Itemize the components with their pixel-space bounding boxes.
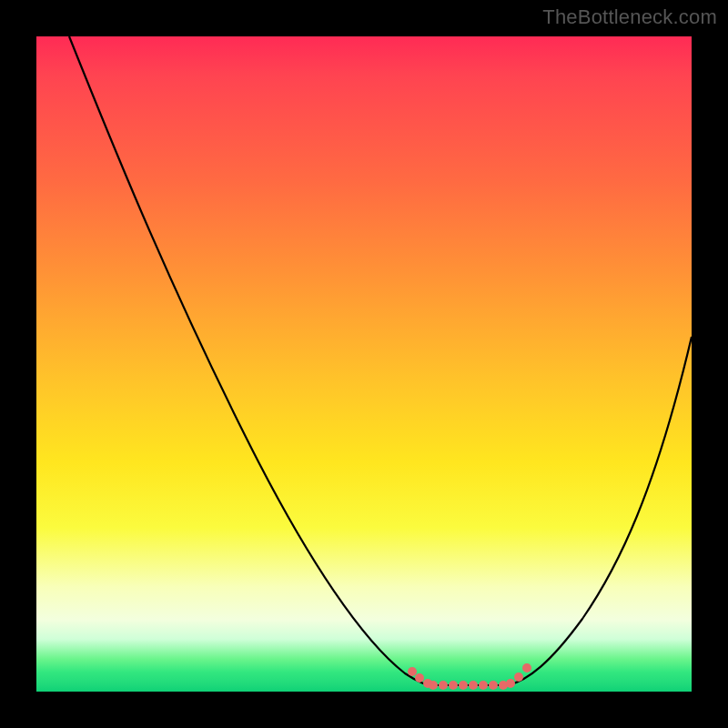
- svg-point-1: [415, 673, 424, 682]
- svg-point-6: [459, 681, 468, 690]
- watermark-text: TheBottleneck.com: [542, 5, 717, 29]
- svg-point-5: [449, 681, 458, 690]
- svg-point-4: [439, 681, 448, 690]
- curve-layer: [36, 36, 692, 692]
- svg-point-3: [429, 681, 438, 690]
- svg-point-9: [489, 681, 498, 690]
- curve-left-branch: [69, 36, 430, 685]
- curve-right-branch: [508, 337, 692, 685]
- svg-point-0: [408, 667, 417, 676]
- chart-stage: TheBottleneck.com: [0, 0, 728, 728]
- svg-point-13: [522, 663, 531, 672]
- svg-point-11: [506, 679, 515, 688]
- svg-point-12: [514, 672, 523, 682]
- plot-area: [36, 36, 692, 692]
- svg-point-7: [469, 681, 478, 690]
- svg-point-8: [479, 681, 488, 690]
